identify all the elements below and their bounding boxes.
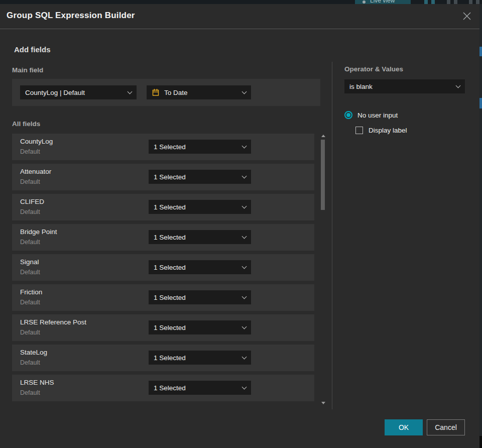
chevron-down-icon [242,234,247,239]
chevron-down-icon [242,264,247,269]
toolbar-fragment-icon [447,0,450,4]
field-selection-dropdown[interactable]: 1 Selected [149,230,251,244]
dialog-header: Group SQL Expression Builder [0,4,479,29]
field-selection-dropdown[interactable]: 1 Selected [149,381,251,395]
field-row: Signal Default 1 Selected [12,254,314,281]
scroll-up-icon[interactable] [321,135,325,137]
chevron-down-icon [242,385,247,390]
field-selection-dropdown[interactable]: 1 Selected [149,351,251,365]
field-name: StateLog [20,349,47,356]
display-label-checkbox[interactable]: Display label [355,127,407,134]
field-row: Attenuator Default 1 Selected [12,164,314,190]
field-selection-value: 1 Selected [154,234,238,241]
field-sublabel: Default [20,329,40,336]
chevron-down-icon [242,204,247,209]
checkbox-unchecked-icon [355,127,363,134]
field-selection-dropdown[interactable]: 1 Selected [149,200,251,214]
chevron-down-icon [242,355,247,360]
field-selection-value: 1 Selected [154,173,238,181]
chevron-down-icon [242,294,247,299]
field-name: Bridge Point [20,228,57,236]
close-icon [462,12,471,21]
chevron-down-icon [242,144,247,149]
field-list-scrollbar[interactable] [320,134,326,405]
field-selection-dropdown[interactable]: 1 Selected [149,260,251,274]
main-field-label: Main field [12,66,43,74]
scroll-down-icon[interactable] [321,402,325,404]
background-selection-fragment [479,47,482,56]
field-row: LRSE NHS Default 1 Selected [12,375,314,401]
field-row: Bridge Point Default 1 Selected [12,224,314,251]
field-selection-value: 1 Selected [154,324,238,331]
toolbar-fragment-icon [469,0,472,4]
field-row: LRSE Reference Post Default 1 Selected [12,314,314,341]
toolbar-fragment-icon [454,0,457,4]
live-view-label: Live view [370,0,395,4]
field-name: Attenuator [20,168,51,175]
toolbar-fragment-icon [431,0,435,4]
field-sublabel: Default [20,299,40,306]
field-selection-value: 1 Selected [154,294,238,301]
field-name: LRSE NHS [20,379,54,386]
chevron-down-icon [128,89,133,94]
field-row: CountyLog Default 1 Selected [12,134,314,160]
calendar-icon [152,88,160,96]
field-name: CLIFED [20,198,44,205]
field-selection-dropdown[interactable]: 1 Selected [149,320,251,334]
all-fields-list: CountyLog Default 1 Selected Attenuator … [12,134,314,405]
main-field-value-select-value: To Date [164,89,238,96]
chevron-down-icon [242,174,247,179]
field-row: CLIFED Default 1 Selected [12,194,314,220]
field-selection-value: 1 Selected [154,203,238,211]
field-row: Friction Default 1 Selected [12,284,314,311]
main-field-select-value: CountyLog | Default [25,89,124,96]
field-selection-dropdown[interactable]: 1 Selected [149,140,251,154]
dialog-title: Group SQL Expression Builder [7,11,135,21]
no-user-input-radio[interactable]: No user input [344,111,398,119]
field-name: CountyLog [20,138,53,145]
background-fragment [479,436,482,448]
operator-select-value: is blank [349,83,452,90]
close-button[interactable] [461,10,473,22]
ok-button[interactable]: OK [385,419,423,435]
chevron-down-icon [456,83,461,88]
live-view-dot-icon [363,1,366,4]
background-app-strip: Live view [0,0,482,4]
cancel-button[interactable]: Cancel [427,419,465,435]
field-sublabel: Default [20,239,40,246]
scrollbar-thumb[interactable] [321,140,325,210]
toolbar-fragment-icon [424,0,428,4]
all-fields-label: All fields [12,120,40,128]
field-selection-dropdown[interactable]: 1 Selected [149,290,251,304]
field-selection-value: 1 Selected [154,354,238,362]
chevron-down-icon [242,324,247,329]
field-row: StateLog Default 1 Selected [12,345,314,371]
no-user-input-label: No user input [357,111,398,119]
field-selection-value: 1 Selected [154,264,238,271]
field-sublabel: Default [20,178,40,185]
field-name: LRSE Reference Post [20,318,86,326]
display-label-label: Display label [369,127,407,134]
main-field-panel: CountyLog | Default To Date [12,79,320,106]
field-sublabel: Default [20,359,40,366]
field-name: Friction [20,288,42,296]
radio-selected-icon [344,111,352,119]
field-selection-value: 1 Selected [154,384,238,392]
field-sublabel: Default [20,269,40,276]
field-selection-value: 1 Selected [154,143,238,151]
live-view-chip: Live view [355,0,411,4]
column-divider [332,62,332,409]
operator-select[interactable]: is blank [344,79,465,93]
background-right-strip [479,4,482,448]
field-sublabel: Default [20,208,40,215]
group-sql-expression-builder-dialog: Group SQL Expression Builder Add fields … [0,4,479,448]
field-sublabel: Default [20,389,40,396]
field-sublabel: Default [20,148,40,155]
main-field-value-select[interactable]: To Date [147,85,251,99]
chevron-down-icon [242,89,247,94]
main-field-select[interactable]: CountyLog | Default [20,85,137,99]
toolbar-fragment-icon [476,0,479,4]
field-selection-dropdown[interactable]: 1 Selected [149,170,251,184]
operator-values-label: Operator & Values [344,65,403,73]
field-name: Signal [20,258,39,266]
